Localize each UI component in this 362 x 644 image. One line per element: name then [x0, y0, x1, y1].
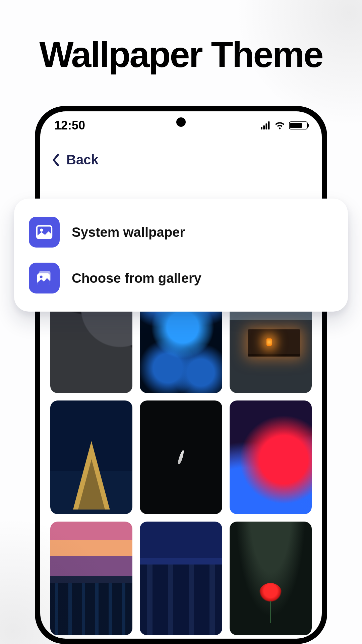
status-icons	[261, 121, 308, 129]
back-label: Back	[66, 152, 99, 167]
svg-rect-3	[268, 121, 270, 129]
promo-title: Wallpaper Theme	[0, 34, 362, 75]
svg-rect-2	[265, 123, 267, 129]
wallpaper-thumb[interactable]	[140, 522, 222, 635]
wallpaper-thumb[interactable]	[50, 400, 132, 514]
phone-frame: 12:50 Back	[35, 106, 327, 644]
battery-icon	[289, 121, 308, 129]
svg-point-8	[40, 275, 43, 278]
camera-notch	[176, 117, 186, 127]
svg-rect-0	[261, 127, 262, 129]
gallery-icon	[29, 263, 60, 293]
wifi-icon	[275, 121, 285, 129]
cellular-icon	[261, 121, 270, 129]
svg-rect-1	[263, 125, 265, 129]
chevron-left-icon	[51, 153, 60, 167]
choose-from-gallery-option[interactable]: Choose from gallery	[29, 255, 333, 301]
picture-icon	[29, 217, 60, 248]
choose-from-gallery-label: Choose from gallery	[72, 271, 201, 286]
wallpaper-source-card: System wallpaper Choose from gallery	[14, 199, 348, 312]
back-button[interactable]: Back	[40, 133, 322, 174]
wallpaper-thumb[interactable]	[140, 400, 222, 514]
phone-screen: 12:50 Back	[40, 111, 322, 639]
system-wallpaper-label: System wallpaper	[72, 225, 185, 240]
wallpaper-thumb[interactable]	[230, 400, 312, 514]
wallpaper-thumb[interactable]	[50, 522, 132, 635]
status-time: 12:50	[54, 118, 85, 132]
wallpaper-thumb[interactable]	[230, 522, 312, 635]
system-wallpaper-option[interactable]: System wallpaper	[29, 209, 333, 255]
svg-point-5	[40, 229, 43, 232]
